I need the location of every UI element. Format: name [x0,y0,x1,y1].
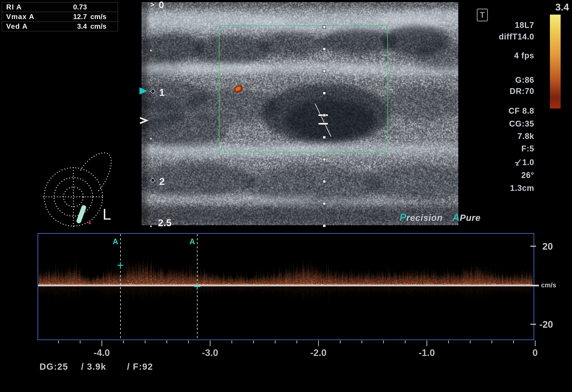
cursor-label: A [113,237,118,246]
depth-zero-pointer-icon: > [150,0,155,9]
depth-dot-icon [150,50,152,51]
time-axis-tick [297,341,297,343]
measurement-row-ved: Ved A 3.4 cm/s [2,22,118,31]
time-axis-tick [318,341,319,346]
transducer-label: 18L7 [515,21,534,30]
cursor-crosshair[interactable]: + [116,260,125,270]
time-axis-tick [470,341,471,343]
measurement-row-vmax: Vmax A 12.7 cm/s [2,12,118,22]
measurement-unit: cm/s [87,22,118,30]
y-axis-unit-label: cm/s [541,281,556,289]
pw-sample-gate[interactable] [315,104,331,136]
time-axis-tick [123,341,124,343]
measurement-results-panel: RI A 0.73 Vmax A 12.7 cm/s Ved A 3.4 cm/… [2,2,118,31]
thermal-index-icon: T [477,9,488,21]
probe-position-marker [76,205,91,224]
color-frequency-label: CF 8.8 [508,106,534,116]
prf-label: 7.8k [518,132,534,141]
steer-row: 1.0 [514,158,534,167]
orientation-label: L [103,205,111,223]
filter-label: / F:92 [127,362,153,372]
time-axis-tick [513,341,514,343]
depth-label-2-5: 2.5 [158,217,172,229]
cursor-crosshair[interactable]: + [192,282,202,291]
time-axis-tick [535,341,536,346]
time-axis-tick [166,341,167,343]
time-axis-tick [340,341,340,343]
time-axis-tick [58,341,59,343]
preset-label: diffT14.0 [499,32,534,41]
y-axis-min-label: -20 [539,319,553,330]
color-scale-max-label: 3.4 [555,1,569,13]
measurement-unit: cm/s [87,13,118,21]
spectral-display-box [38,233,534,340]
color-gain-label: CG:35 [509,119,534,128]
time-axis-tick [145,341,145,343]
doppler-line-square [323,136,326,139]
depth-dot-icon [150,138,152,139]
time-axis-tick [362,341,362,343]
depth-label-1: 1 [159,87,165,98]
time-axis-label: -1.0 [414,347,440,358]
watermark-a: A [452,212,460,223]
gain-label: G:86 [515,75,534,85]
time-axis-tick [253,341,254,343]
angle-label: 26° [521,171,534,180]
doppler-gain-label: DG:25 [39,362,68,372]
y-axis-tick [530,324,536,325]
frame-rate-label: 4 fps [514,51,534,60]
time-axis-tick [405,341,406,343]
measurement-label: Ved A [6,22,43,30]
doppler-line-square [323,91,326,95]
measure-cursor-line[interactable] [120,234,121,338]
depth-label-2: 2 [159,176,165,187]
time-axis-tick [80,341,80,343]
steer-icon [514,158,522,166]
time-axis-tick [427,341,427,346]
measurement-value: 12.7 [43,13,87,21]
watermark-pure: Pure [460,213,481,223]
precision-apure-watermark: Precision APure [399,211,481,223]
time-axis-label: -4.0 [89,347,114,358]
sample-depth-label: 1.3cm [510,183,534,193]
time-axis-tick [101,341,102,346]
focus-marker-icon [140,118,147,123]
cursor-label: A [190,237,195,246]
time-axis-tick [383,341,384,343]
time-axis-tick [492,341,492,343]
time-axis-tick [210,341,210,346]
measurement-value: 0.73 [43,3,87,11]
time-axis-label: -3.0 [197,347,223,358]
measurement-label: Vmax A [6,13,43,21]
doppler-line-square [323,158,326,161]
scale-label: / 3.9k [81,362,106,372]
spectral-baseline[interactable] [38,285,539,286]
doppler-line-square [323,25,326,29]
time-axis-tick [275,341,275,343]
doppler-line-square [323,224,326,227]
y-axis-max-label: 20 [542,241,553,252]
time-axis-tick [232,341,232,343]
measurement-label: RI A [6,3,43,11]
depth-dot-icon [150,226,152,227]
wall-filter-label: F:5 [521,144,534,153]
measurement-row-ri: RI A 0.73 [2,2,118,12]
watermark-p: P [399,212,406,223]
depth-label-0: 0 [159,0,164,10]
y-axis-tick [530,246,536,247]
time-axis-label: 0 [522,347,548,358]
dynamic-range-label: DR:70 [509,87,534,96]
watermark-recision: recision [406,213,443,223]
doppler-line-square [323,114,326,117]
ultrasound-screen: { "measurement_panel": { "rows": [ {"lab… [0,0,572,392]
time-axis-label: -2.0 [305,347,331,358]
body-marker-breast-icon [43,153,111,227]
doppler-line-square [323,70,326,73]
doppler-line-square [323,47,326,51]
measurement-value: 3.4 [43,22,87,30]
steer-value: 1.0 [522,158,534,167]
doppler-line-square [323,202,326,205]
color-scale-bar [550,15,561,108]
color-flow-dot [233,84,244,94]
time-axis-tick [448,341,449,343]
